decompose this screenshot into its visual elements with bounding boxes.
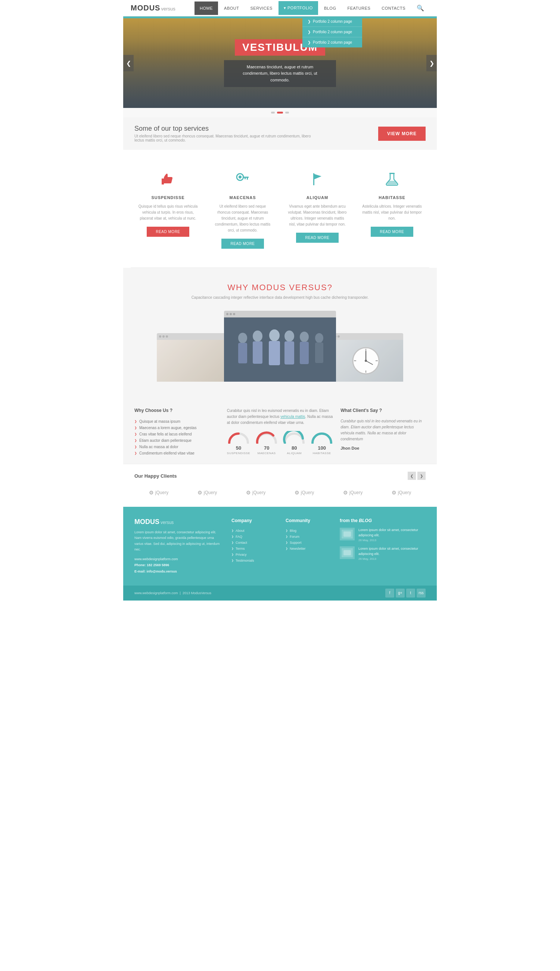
portfolio-dropdown-item-3[interactable]: ❯ Portfolio 2 column page (302, 37, 362, 47)
footer-company-title: Company (232, 518, 274, 523)
why-section: WHY MODUS VERSUS? Capacitance cascading … (123, 268, 437, 397)
svg-rect-16 (285, 341, 294, 364)
browser-dot (159, 335, 161, 338)
blog-post-1: Lorem ipsum dolor sit amet, consectetur … (340, 528, 426, 542)
footer: MODUS versus Lorem ipsum dolor sit amet,… (123, 507, 437, 586)
svg-marker-6 (314, 174, 322, 179)
footer-link-forum[interactable]: Forum (286, 534, 328, 540)
why-choose-title: Why Choose Us ? (134, 408, 220, 413)
social-googleplus-icon[interactable]: g+ (396, 589, 405, 597)
service-text-4: Astelicula ultrices. Integer venenatis m… (362, 204, 422, 222)
social-facebook-icon[interactable]: f (385, 589, 394, 597)
read-more-button-1[interactable]: read more (147, 227, 189, 237)
browser-dot (162, 335, 165, 338)
browser-mock-center (224, 311, 336, 382)
chart-image (157, 340, 232, 382)
gauges-container: 50 SUSPENDISSE 70 MAECENAS 80 ALIQUAM (227, 431, 333, 455)
svg-rect-7 (389, 173, 395, 174)
vehicula-link[interactable]: vehicula mattis (280, 415, 305, 419)
browser-mock-left (157, 333, 232, 382)
hero-next-arrow[interactable]: ❯ (427, 55, 437, 71)
nav-services[interactable]: SERVICES (245, 2, 278, 15)
gauge-maecenas: 70 MAECENAS (255, 431, 278, 455)
footer-logo-versus: versus (160, 520, 173, 525)
svg-rect-12 (253, 341, 262, 364)
nav-portfolio[interactable]: ▾ PORTFOLIO (278, 1, 318, 15)
nav-about[interactable]: ABOUT (219, 2, 244, 15)
nav-features[interactable]: FEATURES (342, 2, 375, 15)
nav-search[interactable]: 🔍 (412, 0, 429, 16)
social-rss-icon[interactable]: rss (417, 589, 426, 597)
blog-post-2: Lorem ipsum dolor sit amet, consectetur … (340, 546, 426, 561)
view-more-button[interactable]: VIEW MORE (378, 127, 426, 141)
blog-thumb-1 (340, 528, 355, 541)
svg-rect-14 (269, 341, 280, 365)
service-icon-3 (306, 169, 328, 191)
read-more-button-2[interactable]: read more (222, 239, 263, 249)
svg-rect-10 (238, 343, 247, 364)
blog-post-2-text: Lorem ipsum dolor sit amet, consectetur … (358, 546, 426, 556)
read-more-button-3[interactable]: read more (296, 233, 338, 243)
gauge-habitasse: 100 HABITASSE (311, 431, 333, 455)
footer-link-testimonials[interactable]: Testimonials (232, 557, 274, 564)
read-more-button-4[interactable]: read more (371, 227, 413, 237)
portfolio-dropdown-item-2[interactable]: ❯ Portfolio 2 column page (302, 27, 362, 37)
svg-rect-4 (245, 178, 246, 179)
why-title: WHY MODUS VERSUS? (131, 283, 429, 292)
client-logo-2: ⚙ jQuery (197, 490, 217, 496)
clients-next-button[interactable]: ❯ (417, 472, 426, 480)
nav-home[interactable]: HOME (195, 2, 218, 15)
footer-link-support[interactable]: Support (286, 540, 328, 546)
footer-about-col: MODUS versus Lorem ipsum dolor sit amet,… (134, 518, 220, 574)
svg-rect-3 (247, 178, 248, 180)
slider-dots (123, 108, 437, 117)
footer-contact: www.webdesignplatform.com Phone: 182 256… (134, 556, 220, 574)
footer-website: www.webdesignplatform.com (134, 556, 220, 562)
slider-dot-1[interactable] (271, 112, 275, 113)
why-paragraph: Curabitur quis nisl in leo euismod venen… (227, 408, 333, 426)
gauge-value-1: 50 (227, 445, 250, 451)
slider-dot-2[interactable] (277, 112, 283, 113)
client-logo-5: ⚙ jQuery (343, 490, 363, 496)
footer-community-col: Community Blog Forum Support Newsletter (286, 518, 328, 574)
testimonial-text: Curabitur quis nisl in leo euismod venen… (340, 418, 426, 442)
why-list-item-1: Quisque at massa ipsum (134, 418, 220, 425)
social-twitter-icon[interactable]: t (406, 589, 415, 597)
footer-blog-col: from the BLOG Lorem ipsum dolor sit amet… (340, 518, 426, 574)
footer-link-contact[interactable]: Contact (232, 540, 274, 546)
browser-mock-right (328, 333, 403, 382)
gauge-value-4: 100 (311, 445, 333, 451)
footer-link-newsletter[interactable]: Newsletter (286, 546, 328, 552)
service-item-2: MAECENAS Ut eleifend libero sed neque rh… (205, 161, 280, 256)
why-choose-list: Quisque at massa ipsum Maecenas a lorem … (134, 418, 220, 456)
browser-content-center (224, 317, 336, 382)
gauge-value-3: 80 (283, 445, 305, 451)
footer-link-blog[interactable]: Blog (286, 528, 328, 534)
footer-link-faq[interactable]: FAQ (232, 534, 274, 540)
logo: MODUS versus (131, 4, 175, 12)
nav-contacts[interactable]: CONTACTS (376, 2, 411, 15)
testimonial-col: What Client's Say ? Curabitur quis nisl … (340, 408, 426, 456)
why-list-item-2: Maecenas a lorem augue, egestas (134, 425, 220, 431)
slider-dot-3[interactable] (285, 112, 289, 113)
clients-section: Our Happy Clients ❮ ❯ ⚙ jQuery ⚙ jQuery … (123, 464, 437, 507)
service-name-2: MAECENAS (213, 195, 273, 200)
why-list-item-3: Cras vitae felis at lacus eleifend (134, 431, 220, 437)
footer-link-privacy[interactable]: Privacy (232, 552, 274, 557)
clients-header: Our Happy Clients ❮ ❯ (134, 472, 426, 480)
footer-social: f g+ t rss (385, 589, 426, 597)
header: MODUS versus HOME ABOUT SERVICES ▾ PORTF… (123, 0, 437, 17)
why-list-item-4: Etiam auctor diam pellentesque (134, 437, 220, 444)
service-text-1: Quisque id tellus quis risus vehicula ve… (138, 204, 198, 222)
nav-blog[interactable]: BLOG (319, 2, 342, 15)
portfolio-dropdown-item-1[interactable]: ❯ Portfolio 2 column page (302, 17, 362, 27)
footer-link-about[interactable]: About (232, 528, 274, 534)
hero-prev-arrow[interactable]: ❮ (123, 55, 133, 71)
browser-dot (337, 335, 340, 338)
svg-rect-20 (315, 342, 323, 363)
browser-toolbar-right (328, 333, 403, 340)
clients-prev-button[interactable]: ❮ (408, 472, 416, 480)
logo-modus: MODUS (131, 4, 160, 12)
service-icon-1 (157, 169, 179, 191)
footer-link-terms[interactable]: Terms (232, 546, 274, 552)
